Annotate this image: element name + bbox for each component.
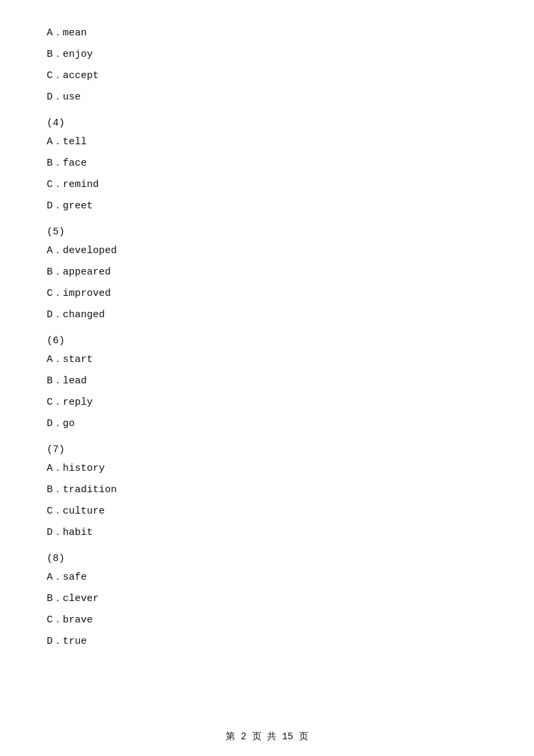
option-6-c: C．reply bbox=[47, 395, 487, 411]
question-number-8: (8) bbox=[47, 553, 487, 564]
question-number-5: (5) bbox=[47, 226, 487, 238]
option-4-d: D．greet bbox=[47, 198, 487, 214]
option-6-d: D．go bbox=[47, 416, 487, 432]
option-8-b: B．clever bbox=[47, 591, 487, 607]
option-b-enjoy: B．enjoy bbox=[47, 47, 487, 63]
question-number-6: (6) bbox=[47, 335, 487, 347]
option-7-c: C．culture bbox=[47, 504, 487, 520]
option-7-d: D．habit bbox=[47, 525, 487, 541]
page-footer: 第 2 页 共 15 页 bbox=[0, 731, 534, 743]
question-number-7: (7) bbox=[47, 444, 487, 455]
option-a-mean: A．mean bbox=[47, 25, 487, 41]
option-4-c: C．remind bbox=[47, 177, 487, 193]
option-6-a: A．start bbox=[47, 352, 487, 368]
question-5: (5) A．developed B．appeared C．improved D．… bbox=[47, 226, 487, 323]
option-d-use: D．use bbox=[47, 89, 487, 106]
option-8-a: A．safe bbox=[47, 570, 487, 586]
question-7: (7) A．history B．tradition C．culture D．ha… bbox=[47, 444, 487, 541]
option-5-a: A．developed bbox=[47, 243, 487, 259]
option-5-c: C．improved bbox=[47, 286, 487, 302]
question-8: (8) A．safe B．clever C．brave D．true bbox=[47, 553, 487, 650]
option-7-b: B．tradition bbox=[47, 482, 487, 498]
question-4: (4) A．tell B．face C．remind D．greet bbox=[47, 118, 487, 214]
option-7-a: A．history bbox=[47, 461, 487, 477]
option-8-d: D．true bbox=[47, 634, 487, 650]
option-5-d: D．changed bbox=[47, 307, 487, 323]
option-8-c: C．brave bbox=[47, 612, 487, 628]
option-4-a: A．tell bbox=[47, 134, 487, 150]
page-content: A．mean B．enjoy C．accept D．use (4) A．tell… bbox=[0, 0, 534, 695]
question-number-4: (4) bbox=[47, 118, 487, 129]
option-group-top: A．mean B．enjoy C．accept D．use bbox=[47, 25, 487, 106]
footer-text: 第 2 页 共 15 页 bbox=[226, 731, 308, 742]
option-6-b: B．lead bbox=[47, 373, 487, 389]
option-5-b: B．appeared bbox=[47, 264, 487, 280]
option-4-b: B．face bbox=[47, 156, 487, 172]
question-6: (6) A．start B．lead C．reply D．go bbox=[47, 335, 487, 432]
option-c-accept: C．accept bbox=[47, 68, 487, 84]
